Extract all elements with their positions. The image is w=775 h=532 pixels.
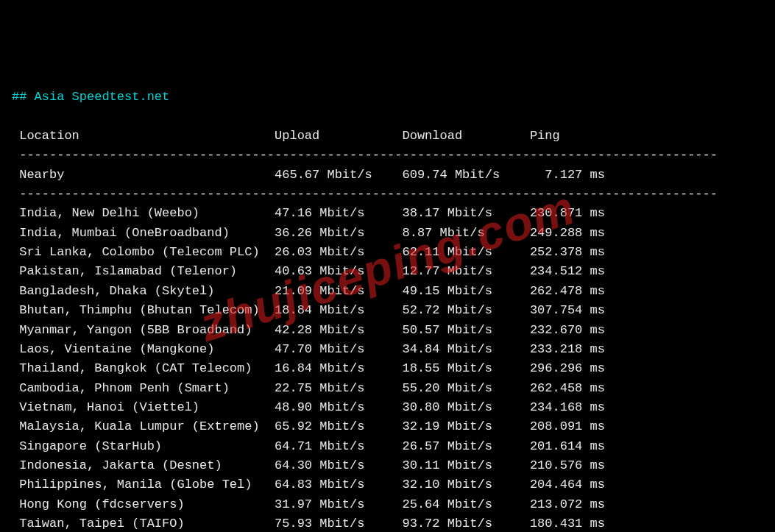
header-row: Location Upload Download Ping <box>12 129 560 143</box>
divider: ----------------------------------------… <box>12 187 718 201</box>
section-title: ## Asia Speedtest.net <box>12 90 169 104</box>
divider: ----------------------------------------… <box>12 148 718 162</box>
nearby-row: Nearby 465.67 Mbit/s 609.74 Mbit/s 7.127… <box>12 168 605 182</box>
terminal-output: ## Asia Speedtest.net Location Upload Do… <box>12 88 763 532</box>
data-rows: India, New Delhi (Weebo) 47.16 Mbit/s 38… <box>12 206 605 532</box>
